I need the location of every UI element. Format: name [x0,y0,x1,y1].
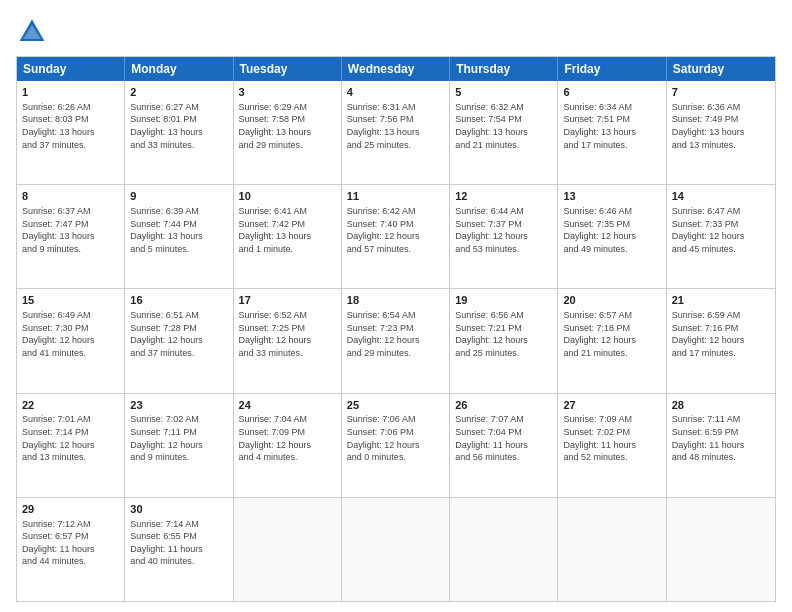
day-cell-empty [450,498,558,601]
day-number: 5 [455,85,552,100]
day-number: 9 [130,189,227,204]
day-number: 1 [22,85,119,100]
day-cell-6: 6Sunrise: 6:34 AM Sunset: 7:51 PM Daylig… [558,81,666,184]
day-cell-2: 2Sunrise: 6:27 AM Sunset: 8:01 PM Daylig… [125,81,233,184]
day-cell-27: 27Sunrise: 7:09 AM Sunset: 7:02 PM Dayli… [558,394,666,497]
day-number: 10 [239,189,336,204]
day-info: Sunrise: 7:06 AM Sunset: 7:06 PM Dayligh… [347,413,444,463]
day-number: 4 [347,85,444,100]
day-cell-4: 4Sunrise: 6:31 AM Sunset: 7:56 PM Daylig… [342,81,450,184]
day-number: 14 [672,189,770,204]
day-cell-25: 25Sunrise: 7:06 AM Sunset: 7:06 PM Dayli… [342,394,450,497]
day-number: 7 [672,85,770,100]
day-number: 28 [672,398,770,413]
day-cell-20: 20Sunrise: 6:57 AM Sunset: 7:18 PM Dayli… [558,289,666,392]
page: SundayMondayTuesdayWednesdayThursdayFrid… [0,0,792,612]
day-info: Sunrise: 7:07 AM Sunset: 7:04 PM Dayligh… [455,413,552,463]
day-info: Sunrise: 6:39 AM Sunset: 7:44 PM Dayligh… [130,205,227,255]
day-cell-1: 1Sunrise: 6:26 AM Sunset: 8:03 PM Daylig… [17,81,125,184]
day-info: Sunrise: 6:54 AM Sunset: 7:23 PM Dayligh… [347,309,444,359]
day-cell-17: 17Sunrise: 6:52 AM Sunset: 7:25 PM Dayli… [234,289,342,392]
day-number: 2 [130,85,227,100]
day-number: 16 [130,293,227,308]
header-day-wednesday: Wednesday [342,57,450,81]
day-cell-22: 22Sunrise: 7:01 AM Sunset: 7:14 PM Dayli… [17,394,125,497]
calendar-body: 1Sunrise: 6:26 AM Sunset: 8:03 PM Daylig… [17,81,775,601]
calendar-week-2: 8Sunrise: 6:37 AM Sunset: 7:47 PM Daylig… [17,185,775,289]
day-number: 11 [347,189,444,204]
day-number: 6 [563,85,660,100]
day-number: 3 [239,85,336,100]
day-cell-empty [667,498,775,601]
calendar-week-3: 15Sunrise: 6:49 AM Sunset: 7:30 PM Dayli… [17,289,775,393]
day-info: Sunrise: 6:31 AM Sunset: 7:56 PM Dayligh… [347,101,444,151]
day-cell-29: 29Sunrise: 7:12 AM Sunset: 6:57 PM Dayli… [17,498,125,601]
day-cell-empty [234,498,342,601]
day-cell-15: 15Sunrise: 6:49 AM Sunset: 7:30 PM Dayli… [17,289,125,392]
day-info: Sunrise: 6:37 AM Sunset: 7:47 PM Dayligh… [22,205,119,255]
day-cell-18: 18Sunrise: 6:54 AM Sunset: 7:23 PM Dayli… [342,289,450,392]
day-info: Sunrise: 6:52 AM Sunset: 7:25 PM Dayligh… [239,309,336,359]
day-number: 18 [347,293,444,308]
day-info: Sunrise: 7:11 AM Sunset: 6:59 PM Dayligh… [672,413,770,463]
day-cell-10: 10Sunrise: 6:41 AM Sunset: 7:42 PM Dayli… [234,185,342,288]
day-cell-9: 9Sunrise: 6:39 AM Sunset: 7:44 PM Daylig… [125,185,233,288]
day-cell-21: 21Sunrise: 6:59 AM Sunset: 7:16 PM Dayli… [667,289,775,392]
day-cell-23: 23Sunrise: 7:02 AM Sunset: 7:11 PM Dayli… [125,394,233,497]
day-number: 13 [563,189,660,204]
day-cell-empty [342,498,450,601]
day-number: 12 [455,189,552,204]
header-day-friday: Friday [558,57,666,81]
day-info: Sunrise: 6:29 AM Sunset: 7:58 PM Dayligh… [239,101,336,151]
logo [16,16,52,48]
calendar-header: SundayMondayTuesdayWednesdayThursdayFrid… [17,57,775,81]
day-number: 17 [239,293,336,308]
header-day-saturday: Saturday [667,57,775,81]
day-number: 15 [22,293,119,308]
calendar: SundayMondayTuesdayWednesdayThursdayFrid… [16,56,776,602]
day-number: 22 [22,398,119,413]
day-info: Sunrise: 6:26 AM Sunset: 8:03 PM Dayligh… [22,101,119,151]
day-cell-empty [558,498,666,601]
day-cell-19: 19Sunrise: 6:56 AM Sunset: 7:21 PM Dayli… [450,289,558,392]
day-cell-26: 26Sunrise: 7:07 AM Sunset: 7:04 PM Dayli… [450,394,558,497]
calendar-week-5: 29Sunrise: 7:12 AM Sunset: 6:57 PM Dayli… [17,498,775,601]
day-info: Sunrise: 7:02 AM Sunset: 7:11 PM Dayligh… [130,413,227,463]
day-cell-13: 13Sunrise: 6:46 AM Sunset: 7:35 PM Dayli… [558,185,666,288]
header-day-monday: Monday [125,57,233,81]
day-cell-24: 24Sunrise: 7:04 AM Sunset: 7:09 PM Dayli… [234,394,342,497]
day-info: Sunrise: 6:36 AM Sunset: 7:49 PM Dayligh… [672,101,770,151]
day-number: 29 [22,502,119,517]
header-day-sunday: Sunday [17,57,125,81]
day-number: 20 [563,293,660,308]
day-number: 26 [455,398,552,413]
logo-icon [16,16,48,48]
day-info: Sunrise: 6:34 AM Sunset: 7:51 PM Dayligh… [563,101,660,151]
day-cell-28: 28Sunrise: 7:11 AM Sunset: 6:59 PM Dayli… [667,394,775,497]
day-info: Sunrise: 7:12 AM Sunset: 6:57 PM Dayligh… [22,518,119,568]
day-info: Sunrise: 6:56 AM Sunset: 7:21 PM Dayligh… [455,309,552,359]
day-number: 23 [130,398,227,413]
day-cell-8: 8Sunrise: 6:37 AM Sunset: 7:47 PM Daylig… [17,185,125,288]
day-info: Sunrise: 6:57 AM Sunset: 7:18 PM Dayligh… [563,309,660,359]
day-info: Sunrise: 6:46 AM Sunset: 7:35 PM Dayligh… [563,205,660,255]
day-number: 21 [672,293,770,308]
day-info: Sunrise: 7:14 AM Sunset: 6:55 PM Dayligh… [130,518,227,568]
day-cell-3: 3Sunrise: 6:29 AM Sunset: 7:58 PM Daylig… [234,81,342,184]
day-info: Sunrise: 7:04 AM Sunset: 7:09 PM Dayligh… [239,413,336,463]
day-number: 30 [130,502,227,517]
day-cell-14: 14Sunrise: 6:47 AM Sunset: 7:33 PM Dayli… [667,185,775,288]
day-cell-5: 5Sunrise: 6:32 AM Sunset: 7:54 PM Daylig… [450,81,558,184]
day-info: Sunrise: 6:27 AM Sunset: 8:01 PM Dayligh… [130,101,227,151]
day-cell-12: 12Sunrise: 6:44 AM Sunset: 7:37 PM Dayli… [450,185,558,288]
day-number: 19 [455,293,552,308]
day-number: 25 [347,398,444,413]
header-day-thursday: Thursday [450,57,558,81]
calendar-week-4: 22Sunrise: 7:01 AM Sunset: 7:14 PM Dayli… [17,394,775,498]
day-info: Sunrise: 6:41 AM Sunset: 7:42 PM Dayligh… [239,205,336,255]
day-number: 24 [239,398,336,413]
day-info: Sunrise: 6:51 AM Sunset: 7:28 PM Dayligh… [130,309,227,359]
day-cell-11: 11Sunrise: 6:42 AM Sunset: 7:40 PM Dayli… [342,185,450,288]
header [16,16,776,48]
header-day-tuesday: Tuesday [234,57,342,81]
